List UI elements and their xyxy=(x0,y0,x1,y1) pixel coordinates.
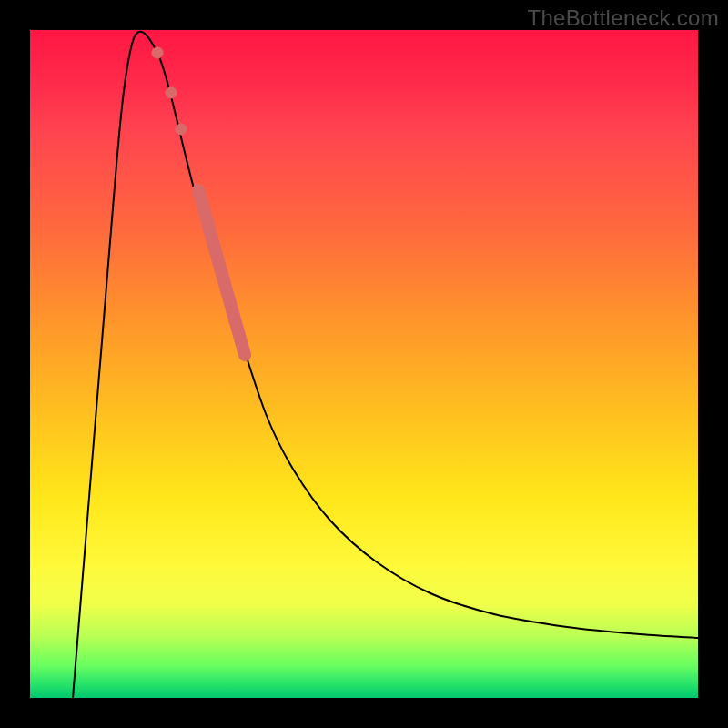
curve-svg xyxy=(30,30,698,698)
chart-frame: TheBottleneck.com xyxy=(0,0,728,728)
marker-dots xyxy=(152,47,187,136)
marker-bar xyxy=(198,190,245,355)
bottleneck-curve xyxy=(73,32,698,698)
watermark-text: TheBottleneck.com xyxy=(527,5,719,31)
marker-dot xyxy=(152,47,164,59)
marker-dot xyxy=(166,87,177,99)
plot-area xyxy=(30,30,698,698)
marker-dot xyxy=(176,124,187,136)
